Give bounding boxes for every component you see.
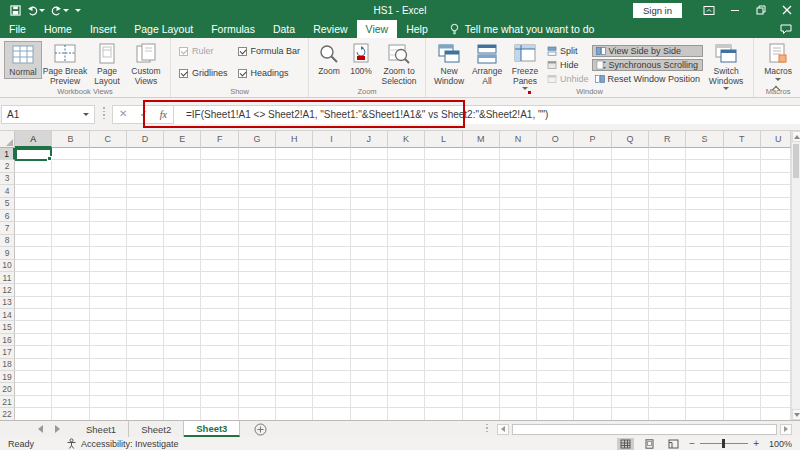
grid-cell-K2[interactable] bbox=[388, 160, 425, 172]
grid-cell-Q3[interactable] bbox=[612, 173, 649, 185]
grid-cell-A9[interactable] bbox=[15, 247, 52, 259]
next-sheet-icon[interactable] bbox=[55, 425, 60, 433]
grid-cell-L15[interactable] bbox=[425, 321, 462, 333]
grid-cell-T3[interactable] bbox=[724, 173, 761, 185]
grid-cell-B17[interactable] bbox=[52, 346, 89, 358]
grid-cell-P8[interactable] bbox=[574, 235, 611, 247]
grid-cell-N2[interactable] bbox=[500, 160, 537, 172]
grid-cell-P14[interactable] bbox=[574, 309, 611, 321]
grid-cell-H11[interactable] bbox=[276, 272, 313, 284]
grid-cell-E16[interactable] bbox=[164, 334, 201, 346]
grid-cell-A21[interactable] bbox=[15, 396, 52, 408]
grid-cell-P20[interactable] bbox=[574, 383, 611, 395]
grid-cell-D10[interactable] bbox=[127, 260, 164, 272]
grid-cell-M7[interactable] bbox=[463, 222, 500, 234]
grid-cell-F18[interactable] bbox=[201, 359, 238, 371]
grid-cell-Q5[interactable] bbox=[612, 198, 649, 210]
grid-cell-B6[interactable] bbox=[52, 210, 89, 222]
grid-cell-J2[interactable] bbox=[351, 160, 388, 172]
cancel-icon[interactable]: ✕ bbox=[119, 109, 127, 119]
grid-cell-S9[interactable] bbox=[686, 247, 723, 259]
row-header-4[interactable]: 4 bbox=[0, 185, 15, 197]
grid-cell-N16[interactable] bbox=[500, 334, 537, 346]
grid-cell-A16[interactable] bbox=[15, 334, 52, 346]
grid-cell-I3[interactable] bbox=[313, 173, 350, 185]
grid-cell-U12[interactable] bbox=[761, 284, 791, 296]
redo-dropdown-icon[interactable] bbox=[63, 9, 69, 12]
grid-cell-L21[interactable] bbox=[425, 396, 462, 408]
grid-cell-G10[interactable] bbox=[239, 260, 276, 272]
row-header-10[interactable]: 10 bbox=[0, 260, 15, 272]
grid-cell-D7[interactable] bbox=[127, 222, 164, 234]
grid-cell-I14[interactable] bbox=[313, 309, 350, 321]
column-header-T[interactable]: T bbox=[724, 131, 761, 148]
grid-cell-F5[interactable] bbox=[201, 198, 238, 210]
row-header-5[interactable]: 5 bbox=[0, 198, 15, 210]
grid-cell-M13[interactable] bbox=[463, 297, 500, 309]
grid-cell-U5[interactable] bbox=[761, 198, 791, 210]
grid-cell-O21[interactable] bbox=[537, 396, 574, 408]
grid-cell-S3[interactable] bbox=[686, 173, 723, 185]
grid-cell-R5[interactable] bbox=[649, 198, 686, 210]
grid-cell-C6[interactable] bbox=[90, 210, 127, 222]
page-layout-view-button[interactable]: Page Layout bbox=[88, 41, 126, 86]
grid-cell-S11[interactable] bbox=[686, 272, 723, 284]
scroll-up-icon[interactable] bbox=[792, 131, 800, 142]
grid-cell-N3[interactable] bbox=[500, 173, 537, 185]
grid-cell-C2[interactable] bbox=[90, 160, 127, 172]
grid-cell-B14[interactable] bbox=[52, 309, 89, 321]
grid-cell-O2[interactable] bbox=[537, 160, 574, 172]
grid-cell-I9[interactable] bbox=[313, 247, 350, 259]
grid-cell-U9[interactable] bbox=[761, 247, 791, 259]
grid-cell-D20[interactable] bbox=[127, 383, 164, 395]
synchronous-scrolling-toggle[interactable]: Synchronous Scrolling bbox=[592, 59, 704, 71]
grid-cell-J8[interactable] bbox=[351, 235, 388, 247]
grid-cell-I2[interactable] bbox=[313, 160, 350, 172]
grid-cell-M5[interactable] bbox=[463, 198, 500, 210]
split-button[interactable]: Split bbox=[544, 45, 592, 57]
grid-cell-A11[interactable] bbox=[15, 272, 52, 284]
row-header-1[interactable]: 1 bbox=[0, 148, 15, 160]
grid-cell-G13[interactable] bbox=[239, 297, 276, 309]
grid-cell-S4[interactable] bbox=[686, 185, 723, 197]
grid-cell-S16[interactable] bbox=[686, 334, 723, 346]
grid-cell-E13[interactable] bbox=[164, 297, 201, 309]
grid-cell-Q7[interactable] bbox=[612, 222, 649, 234]
grid-cell-O1[interactable] bbox=[537, 148, 574, 160]
minimize-button[interactable] bbox=[722, 0, 748, 20]
grid-cell-M10[interactable] bbox=[463, 260, 500, 272]
grid-cell-G12[interactable] bbox=[239, 284, 276, 296]
grid-cell-P22[interactable] bbox=[574, 408, 611, 420]
grid-cell-Q4[interactable] bbox=[612, 185, 649, 197]
grid-cell-C21[interactable] bbox=[90, 396, 127, 408]
grid-cell-F1[interactable] bbox=[201, 148, 238, 160]
grid-cell-U16[interactable] bbox=[761, 334, 791, 346]
grid-cell-E10[interactable] bbox=[164, 260, 201, 272]
grid-cell-K14[interactable] bbox=[388, 309, 425, 321]
grid-cell-E9[interactable] bbox=[164, 247, 201, 259]
grid-cell-S18[interactable] bbox=[686, 359, 723, 371]
grid-cell-H18[interactable] bbox=[276, 359, 313, 371]
column-header-I[interactable]: I bbox=[313, 131, 350, 148]
grid-cell-T19[interactable] bbox=[724, 371, 761, 383]
grid-cell-D3[interactable] bbox=[127, 173, 164, 185]
grid-cell-S2[interactable] bbox=[686, 160, 723, 172]
hide-button[interactable]: Hide bbox=[544, 59, 592, 71]
grid-cell-U20[interactable] bbox=[761, 383, 791, 395]
column-header-H[interactable]: H bbox=[276, 131, 313, 148]
zoom-slider-thumb[interactable] bbox=[722, 439, 725, 449]
grid-cell-E15[interactable] bbox=[164, 321, 201, 333]
grid-cell-L13[interactable] bbox=[425, 297, 462, 309]
gridlines-checkbox[interactable]: Gridlines bbox=[179, 63, 228, 83]
grid-cell-D6[interactable] bbox=[127, 210, 164, 222]
name-box[interactable]: A1 bbox=[1, 105, 95, 124]
grid-cell-D1[interactable] bbox=[127, 148, 164, 160]
grid-cell-O10[interactable] bbox=[537, 260, 574, 272]
grid-cell-J13[interactable] bbox=[351, 297, 388, 309]
grid-cell-Q1[interactable] bbox=[612, 148, 649, 160]
grid-cell-O19[interactable] bbox=[537, 371, 574, 383]
grid-cell-I5[interactable] bbox=[313, 198, 350, 210]
macros-button[interactable]: Macros bbox=[758, 41, 798, 81]
grid-cell-R6[interactable] bbox=[649, 210, 686, 222]
grid-cell-P19[interactable] bbox=[574, 371, 611, 383]
